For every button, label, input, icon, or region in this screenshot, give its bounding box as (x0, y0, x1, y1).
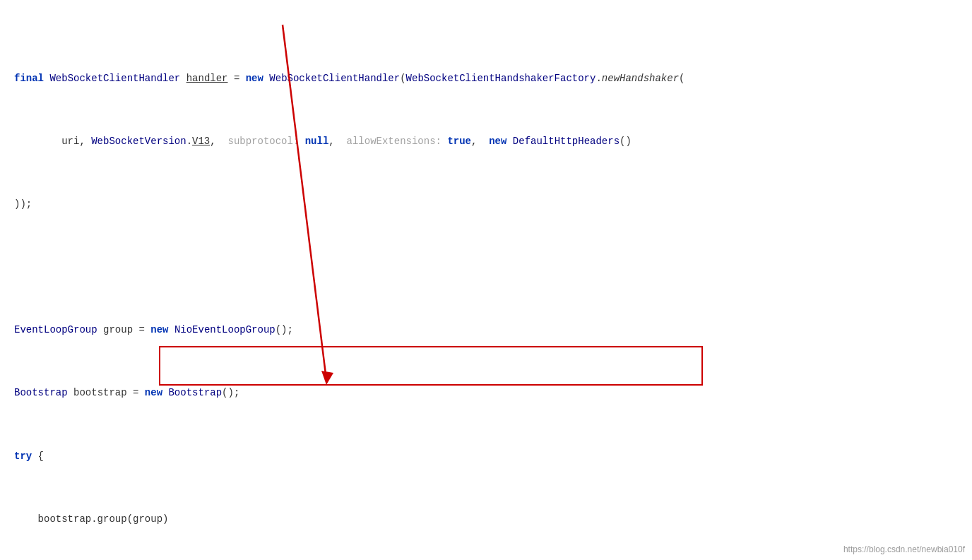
code-line-2: uri, WebSocketVersion.V13, subprotocol: … (14, 133, 958, 149)
code-editor: final WebSocketClientHandler handler = n… (0, 0, 972, 560)
code-line-8: bootstrap.group(group) (14, 511, 958, 527)
code-line-6: Bootstrap bootstrap = new Bootstrap(); (14, 385, 958, 400)
code-line-5: EventLoopGroup group = new NioEventLoopG… (14, 322, 958, 338)
code-line-1: final WebSocketClientHandler handler = n… (14, 71, 958, 86)
svg-marker-1 (321, 371, 333, 385)
code-line-4 (14, 259, 958, 275)
code-line-7: try { (14, 448, 958, 464)
code-line-3: )); (14, 196, 958, 212)
highlight-box (159, 346, 703, 386)
watermark: https://blog.csdn.net/newbia010f (843, 543, 965, 556)
